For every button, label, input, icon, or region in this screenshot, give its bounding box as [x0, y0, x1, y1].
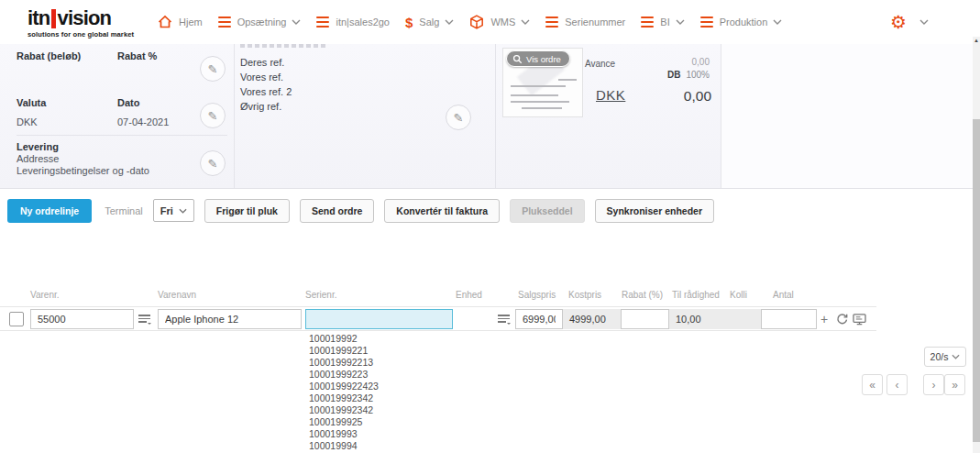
col-header-varenr: Varenr. — [30, 290, 60, 300]
panel-divider — [721, 44, 721, 188]
pagination-first-button[interactable]: « — [862, 374, 883, 395]
edit-levering-button[interactable]: ✎ — [200, 150, 226, 176]
edit-rabat-button[interactable]: ✎ — [200, 56, 226, 82]
nav-item-serienummer[interactable]: Serienummer — [545, 17, 625, 28]
valuta-value: DKK — [17, 116, 38, 127]
kostpris-cell: 4999,00 — [563, 309, 621, 329]
chevron-down-icon[interactable] — [919, 19, 929, 25]
serial-option[interactable]: 1000199922423 — [309, 381, 454, 392]
avance-label: Avance — [585, 59, 615, 69]
order-preview-thumbnail[interactable]: Vis ordre — [502, 48, 583, 117]
brand-tagline: solutions for one global market — [28, 30, 134, 39]
salgspris-input[interactable] — [515, 309, 563, 329]
dollar-icon: $ — [405, 15, 413, 30]
refresh-icon[interactable] — [836, 313, 848, 329]
pagination-last-button[interactable]: » — [944, 374, 965, 395]
menu-icon — [545, 17, 558, 28]
serial-option[interactable]: 10001999221 — [309, 345, 454, 357]
terminal-label: Terminal — [105, 205, 143, 216]
preview-line — [558, 79, 577, 81]
panel-empty-zone — [721, 44, 980, 188]
pagination-prev-button[interactable]: ‹ — [886, 374, 908, 395]
row-checkbox[interactable] — [9, 312, 24, 326]
enhed-lookup-icon[interactable] — [498, 315, 510, 325]
serial-option[interactable]: 10001999223 — [309, 369, 454, 381]
col-header-varenavn: Varenavn — [158, 290, 196, 300]
pagination-next-button[interactable]: › — [923, 374, 944, 395]
scrollbar-up-arrow[interactable]: ▲ — [973, 37, 980, 44]
col-header-kolli: Kolli — [730, 290, 747, 300]
col-header-til-radighed: Til rådighed — [672, 290, 720, 300]
order-line-row: 4999,00 10,00 + — [0, 306, 876, 331]
order-total-value: 0,00 — [655, 88, 711, 105]
new-orderline-button[interactable]: Ny ordrelinje — [7, 199, 92, 223]
preview-line — [511, 101, 569, 103]
nav-item-bi[interactable]: BI — [641, 17, 684, 28]
avance-value: 0,00 — [658, 57, 710, 67]
menu-icon — [218, 17, 231, 28]
add-line-icon[interactable]: + — [820, 311, 828, 327]
item-lookup-icon[interactable] — [138, 315, 150, 325]
pencil-icon: ✎ — [208, 62, 218, 76]
nav-item-salg[interactable]: $ Salg — [405, 15, 454, 30]
brand-logo[interactable]: itn vision solutions for one global mark… — [28, 6, 134, 39]
col-header-rabat: Rabat (%) — [622, 290, 663, 300]
chevron-down-icon — [773, 19, 782, 25]
col-header-enhed: Enhed — [456, 290, 482, 300]
gear-icon[interactable]: ⚙ — [890, 13, 907, 31]
brand-name-right: vision — [57, 6, 111, 30]
send-order-button[interactable]: Send ordre — [300, 199, 374, 223]
home-icon — [158, 15, 172, 29]
edit-refs-button[interactable]: ✎ — [446, 105, 471, 130]
vis-ordre-button[interactable]: Vis ordre — [506, 50, 570, 67]
nav-item-itn-sales2go[interactable]: itn|sales2go — [316, 17, 390, 28]
brand-divider — [51, 9, 56, 28]
nav-item-wms[interactable]: WMS — [469, 15, 530, 29]
serial-option[interactable]: 100019993 — [309, 428, 454, 440]
col-header-kostpris: Kostpris — [568, 290, 601, 300]
serial-option[interactable]: 100019992 — [309, 333, 454, 345]
serienr-input[interactable] — [305, 309, 453, 329]
nav-menu: Hjem Opsætning itn|sales2go $ Salg WMS S… — [158, 0, 782, 44]
serial-option[interactable]: 100019992342 — [309, 404, 454, 416]
dato-value: 07-04-2021 — [117, 116, 169, 127]
pencil-icon: ✎ — [454, 111, 464, 125]
nav-item-hjem[interactable]: Hjem — [158, 15, 203, 29]
terminal-select[interactable]: Fri — [153, 199, 194, 222]
scrollbar-thumb[interactable] — [973, 119, 980, 442]
pick-slip-button: Plukseddel — [510, 199, 584, 223]
convert-to-invoice-button[interactable]: Konvertér til faktura — [384, 199, 500, 223]
serial-option[interactable]: 1000199925 — [309, 416, 454, 428]
sync-units-button[interactable]: Synkroniser enheder — [595, 199, 714, 223]
nav-item-opsaetning[interactable]: Opsætning — [218, 17, 302, 28]
nav-item-produktion[interactable]: Produktion — [700, 17, 783, 28]
chevron-down-icon — [952, 354, 960, 359]
package-icon — [469, 15, 484, 29]
rabat-percent-label: Rabat % — [117, 50, 157, 61]
serial-option[interactable]: 100019992342 — [309, 392, 454, 404]
menu-icon — [700, 17, 713, 28]
menu-icon — [316, 17, 329, 28]
pencil-icon: ✎ — [208, 157, 218, 171]
db-label: DB — [667, 70, 680, 80]
release-to-pick-button[interactable]: Frigør til pluk — [204, 199, 290, 223]
chevron-down-icon — [292, 19, 301, 25]
pencil-icon: ✎ — [208, 109, 218, 123]
varenr-input[interactable] — [30, 309, 134, 329]
currency-link[interactable]: DKK — [596, 87, 625, 103]
chevron-down-icon — [179, 208, 187, 214]
varenavn-input[interactable] — [158, 309, 302, 329]
serial-option[interactable]: 100019994 — [309, 440, 454, 452]
chevron-down-icon — [676, 19, 685, 25]
search-icon — [512, 54, 523, 64]
monitor-icon[interactable] — [853, 313, 866, 329]
serial-option[interactable]: 100019992213 — [309, 357, 454, 369]
top-navigation: itn vision solutions for one global mark… — [0, 0, 980, 44]
edit-valuta-dato-button[interactable]: ✎ — [200, 103, 226, 128]
preview-line — [511, 94, 558, 96]
antal-input[interactable] — [761, 309, 817, 329]
page-size-select[interactable]: 20/s — [924, 347, 966, 367]
db-row: DB 100% — [642, 70, 710, 80]
clipped-text-fragment — [240, 44, 328, 48]
rabat-input[interactable] — [621, 309, 669, 329]
